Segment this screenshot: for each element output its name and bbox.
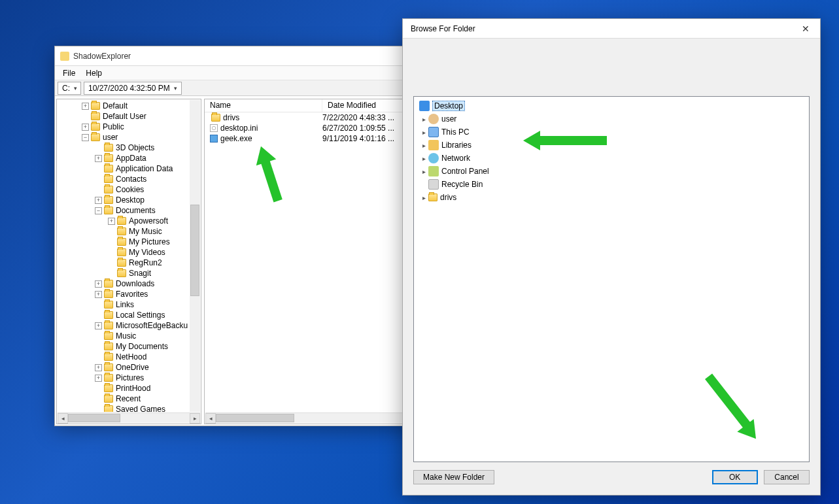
tree-node[interactable]: PrintHood [116,383,150,394]
ok-button[interactable]: OK [712,470,758,484]
tree-node[interactable]: My Videos [129,247,165,258]
close-button[interactable]: ✕ [796,21,815,37]
picker-node-user[interactable]: ▸ user [418,112,805,126]
tree-node[interactable]: Recent [116,394,141,404]
tree-node[interactable]: My Documents [116,341,168,352]
tree-node[interactable]: user [103,132,118,143]
picker-node-thispc[interactable]: ▸ This PC [418,126,805,139]
folder-tree-panel: +Default Default User +Public −user 3D O… [56,99,201,424]
menu-file[interactable]: File [63,69,75,78]
chevron-right-icon[interactable]: ▸ [420,116,427,123]
recycle-bin-icon [428,179,439,190]
folder-icon [211,114,220,122]
window-title: ShadowExplorer [73,46,131,66]
picker-node-recyclebin[interactable]: Recycle Bin [418,178,805,191]
cancel-button[interactable]: Cancel [764,470,810,484]
chevron-down-icon: ▾ [74,85,77,92]
folder-tree[interactable]: +Default Default User +Public −user 3D O… [57,99,201,412]
dialog-title-bar[interactable]: Browse For Folder ✕ [403,19,820,39]
tree-node[interactable]: Desktop [116,195,145,205]
tree-node[interactable]: Links [116,299,134,310]
tree-node[interactable]: Public [103,122,124,132]
exe-file-icon [210,135,218,143]
chevron-right-icon[interactable]: ▸ [420,129,427,136]
tree-node[interactable]: Local Settings [116,310,165,320]
tree-node[interactable]: Downloads [116,278,154,289]
column-name[interactable]: Name [205,99,322,112]
desktop-icon [419,101,430,111]
picker-node-network[interactable]: ▸ Network [418,152,805,165]
computer-icon [428,127,439,137]
tree-node[interactable]: My Pictures [129,237,170,247]
tree-node[interactable]: NetHood [116,352,146,362]
tree-node[interactable]: Saved Games [116,404,165,412]
tree-node[interactable]: Pictures [116,373,144,383]
menu-help[interactable]: Help [86,69,102,78]
tree-node[interactable]: My Music [129,226,162,237]
chevron-right-icon[interactable]: ▸ [420,142,427,149]
chevron-down-icon: ▾ [174,85,177,92]
tree-node[interactable]: Application Data [116,163,173,174]
picker-node-controlpanel[interactable]: ▸ Control Panel [418,165,805,178]
chevron-right-icon[interactable]: ▸ [420,155,427,162]
horizontal-scrollbar[interactable]: ◂ ▸ [58,412,200,423]
tree-node[interactable]: RegRun2 [129,258,162,268]
tree-node[interactable]: AppData [116,153,146,163]
control-panel-icon [428,166,439,176]
snapshot-datetime-select[interactable]: 10/27/2020 4:32:50 PM ▾ [84,82,182,95]
folder-picker-tree[interactable]: Desktop ▸ user ▸ This PC ▸ Libraries ▸ N… [413,96,810,462]
dialog-title: Browse For Folder [411,24,475,33]
app-icon [60,52,69,61]
tree-node[interactable]: Default [103,101,128,111]
tree-node[interactable]: MicrosoftEdgeBacku [116,320,188,331]
tree-node[interactable]: Music [116,331,136,341]
make-new-folder-button[interactable]: Make New Folder [413,470,494,484]
config-file-icon [210,124,218,132]
tree-node[interactable]: OneDrive [116,362,149,373]
tree-node[interactable]: Contacts [116,174,146,184]
browse-for-folder-dialog: Browse For Folder ✕ Desktop ▸ user ▸ Thi… [402,18,821,496]
drive-select[interactable]: C: ▾ [58,82,81,95]
user-icon [428,114,439,124]
chevron-right-icon[interactable]: ▸ [420,194,427,201]
tree-node[interactable]: Snagit [129,268,151,278]
tree-node[interactable]: Default User [103,111,146,122]
picker-node-drivs[interactable]: ▸ drivs [418,191,805,204]
network-icon [428,153,439,163]
tree-node[interactable]: Apowersoft [129,216,168,226]
chevron-right-icon[interactable]: ▸ [420,168,427,175]
picker-node-libraries[interactable]: ▸ Libraries [418,139,805,152]
tree-node[interactable]: Cookies [116,184,144,195]
libraries-icon [428,140,439,150]
tree-node[interactable]: Favorites [116,289,148,299]
tree-node[interactable]: Documents [116,205,156,216]
folder-icon [428,193,437,201]
picker-node-desktop[interactable]: Desktop [418,99,805,112]
tree-node[interactable]: 3D Objects [116,143,154,153]
